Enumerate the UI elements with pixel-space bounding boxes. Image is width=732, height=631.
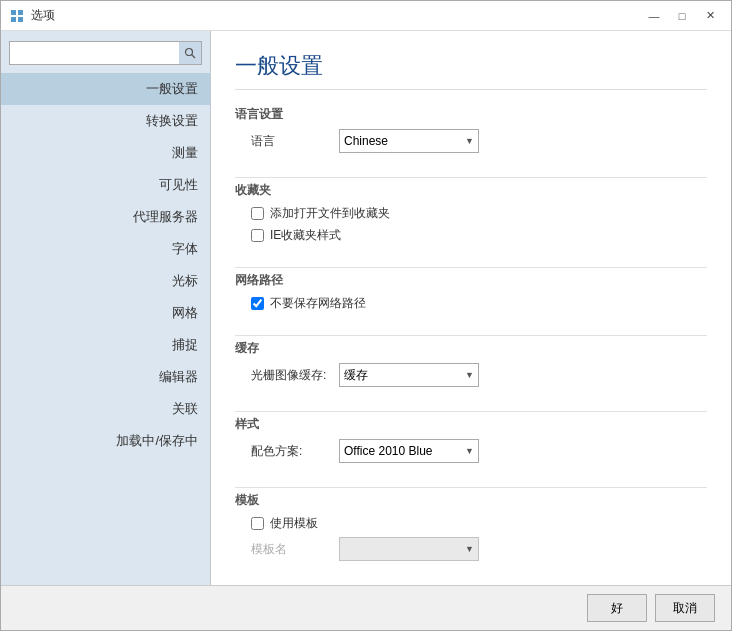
raster-cache-select-wrapper: 缓存 不缓存 (339, 363, 479, 387)
sidebar-item-cursor[interactable]: 光标 (1, 265, 210, 297)
sidebar-item-convert[interactable]: 转换设置 (1, 105, 210, 137)
favorites-section-content: 添加打开文件到收藏夹 IE收藏夹样式 (235, 205, 707, 244)
color-scheme-label: 配色方案: (251, 443, 331, 460)
ie-favorites-row: IE收藏夹样式 (251, 227, 707, 244)
add-favorites-checkbox[interactable] (251, 207, 264, 220)
style-section-title: 样式 (235, 416, 707, 433)
main-panel: 一般设置 语言设置 语言 Chinese English Japanese Ko… (211, 31, 731, 585)
title-bar: 选项 — □ ✕ (1, 1, 731, 31)
maximize-button[interactable]: □ (669, 5, 695, 27)
search-icon-button[interactable] (179, 42, 201, 64)
svg-rect-1 (18, 10, 23, 15)
search-input[interactable] (10, 46, 179, 60)
network-section-title: 网络路径 (235, 272, 707, 289)
ie-favorites-label[interactable]: IE收藏夹样式 (270, 227, 341, 244)
close-button[interactable]: ✕ (697, 5, 723, 27)
sidebar-item-measure[interactable]: 测量 (1, 137, 210, 169)
network-section-content: 不要保存网络路径 (235, 295, 707, 312)
title-bar-controls: — □ ✕ (641, 5, 723, 27)
raster-cache-row: 光栅图像缓存: 缓存 不缓存 (251, 363, 707, 387)
language-section-title: 语言设置 (235, 106, 707, 123)
template-section-title: 模板 (235, 492, 707, 509)
window-title: 选项 (31, 7, 55, 24)
language-label: 语言 (251, 133, 331, 150)
minimize-button[interactable]: — (641, 5, 667, 27)
template-name-label: 模板名 (251, 541, 331, 558)
template-name-row: 模板名 (251, 537, 707, 561)
search-icon (184, 47, 196, 59)
sidebar-item-association[interactable]: 关联 (1, 393, 210, 425)
sidebar-item-general[interactable]: 一般设置 (1, 73, 210, 105)
language-section-content: 语言 Chinese English Japanese Korean (235, 129, 707, 153)
raster-cache-label: 光栅图像缓存: (251, 367, 331, 384)
section-style: 样式 配色方案: Office 2010 Blue Office 2013 Wh… (235, 416, 707, 469)
color-scheme-select-wrapper: Office 2010 Blue Office 2013 White Dark (339, 439, 479, 463)
title-bar-left: 选项 (9, 7, 55, 24)
use-template-checkbox[interactable] (251, 517, 264, 530)
cache-section-content: 光栅图像缓存: 缓存 不缓存 (235, 363, 707, 387)
use-template-label[interactable]: 使用模板 (270, 515, 318, 532)
sidebar-item-font[interactable]: 字体 (1, 233, 210, 265)
sidebar-item-editor[interactable]: 编辑器 (1, 361, 210, 393)
sidebar-item-proxy[interactable]: 代理服务器 (1, 201, 210, 233)
add-favorites-label[interactable]: 添加打开文件到收藏夹 (270, 205, 390, 222)
raster-cache-select[interactable]: 缓存 不缓存 (339, 363, 479, 387)
cancel-button[interactable]: 取消 (655, 594, 715, 622)
section-favorites: 收藏夹 添加打开文件到收藏夹 IE收藏夹样式 (235, 182, 707, 249)
svg-line-5 (192, 55, 196, 59)
sidebar-item-snap[interactable]: 捕捉 (1, 329, 210, 361)
options-window: 选项 — □ ✕ 一般设置 转换设置 测量 可见性 代 (0, 0, 732, 631)
section-network: 网络路径 不要保存网络路径 (235, 272, 707, 317)
content-area: 一般设置 转换设置 测量 可见性 代理服务器 字体 光标 网格 捕捉 编辑器 关… (1, 31, 731, 585)
sidebar-item-visibility[interactable]: 可见性 (1, 169, 210, 201)
sidebar: 一般设置 转换设置 测量 可见性 代理服务器 字体 光标 网格 捕捉 编辑器 关… (1, 31, 211, 585)
no-save-network-row: 不要保存网络路径 (251, 295, 707, 312)
color-scheme-select[interactable]: Office 2010 Blue Office 2013 White Dark (339, 439, 479, 463)
ok-button[interactable]: 好 (587, 594, 647, 622)
section-language: 语言设置 语言 Chinese English Japanese Korean (235, 106, 707, 159)
language-select-wrapper: Chinese English Japanese Korean (339, 129, 479, 153)
window-icon (9, 8, 25, 24)
bottom-bar: 好 取消 (1, 585, 731, 630)
color-scheme-row: 配色方案: Office 2010 Blue Office 2013 White… (251, 439, 707, 463)
sidebar-item-loadsave[interactable]: 加载中/保存中 (1, 425, 210, 457)
section-template: 模板 使用模板 模板名 (235, 492, 707, 567)
section-cache: 缓存 光栅图像缓存: 缓存 不缓存 (235, 340, 707, 393)
no-save-network-checkbox[interactable] (251, 297, 264, 310)
svg-point-4 (186, 49, 193, 56)
style-section-content: 配色方案: Office 2010 Blue Office 2013 White… (235, 439, 707, 463)
ie-favorites-checkbox[interactable] (251, 229, 264, 242)
search-box[interactable] (9, 41, 202, 65)
template-name-select (339, 537, 479, 561)
svg-rect-3 (18, 17, 23, 22)
sidebar-item-grid[interactable]: 网格 (1, 297, 210, 329)
add-favorites-row: 添加打开文件到收藏夹 (251, 205, 707, 222)
page-title: 一般设置 (235, 51, 707, 90)
svg-rect-0 (11, 10, 16, 15)
no-save-network-label[interactable]: 不要保存网络路径 (270, 295, 366, 312)
language-row: 语言 Chinese English Japanese Korean (251, 129, 707, 153)
favorites-section-title: 收藏夹 (235, 182, 707, 199)
svg-rect-2 (11, 17, 16, 22)
template-name-select-wrapper (339, 537, 479, 561)
use-template-row: 使用模板 (251, 515, 707, 532)
language-select[interactable]: Chinese English Japanese Korean (339, 129, 479, 153)
cache-section-title: 缓存 (235, 340, 707, 357)
template-section-content: 使用模板 模板名 (235, 515, 707, 561)
